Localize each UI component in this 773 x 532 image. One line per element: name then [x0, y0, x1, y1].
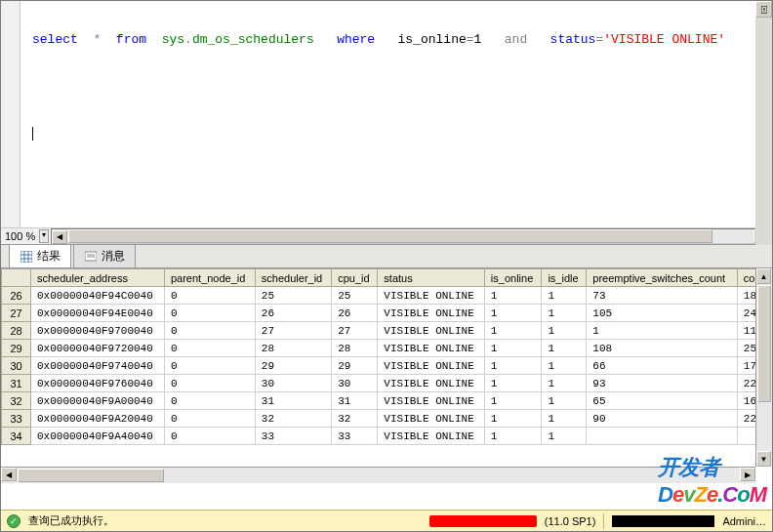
- cell[interactable]: 1: [484, 287, 542, 305]
- cell[interactable]: 0x00000040F9A20040: [31, 410, 165, 428]
- scroll-left-icon[interactable]: ◀: [52, 230, 67, 244]
- cell[interactable]: 25: [255, 287, 331, 305]
- column-header[interactable]: is_idle: [542, 269, 587, 287]
- cell[interactable]: 32: [255, 410, 331, 428]
- cell[interactable]: 0: [164, 322, 255, 340]
- cell[interactable]: VISIBLE ONLINE: [378, 322, 485, 340]
- zoom-dropdown-icon[interactable]: ▾: [39, 229, 49, 243]
- row-number[interactable]: 34: [2, 428, 31, 445]
- table-row[interactable]: 260x00000040F94C004002525VISIBLE ONLINE1…: [2, 287, 772, 305]
- cell[interactable]: VISIBLE ONLINE: [378, 357, 485, 375]
- cell[interactable]: 33: [332, 428, 378, 445]
- cell[interactable]: 0: [164, 375, 255, 392]
- cell[interactable]: 0x00000040F9760040: [31, 375, 165, 392]
- cell[interactable]: 1: [484, 428, 542, 445]
- cell[interactable]: 0: [164, 392, 255, 410]
- cell[interactable]: 1: [542, 287, 587, 305]
- column-header[interactable]: status: [378, 269, 485, 287]
- cell[interactable]: 0: [164, 357, 255, 375]
- cell[interactable]: 0: [164, 340, 255, 357]
- cell[interactable]: 1: [484, 392, 542, 410]
- cell[interactable]: VISIBLE ONLINE: [378, 410, 485, 428]
- cell[interactable]: VISIBLE ONLINE: [378, 305, 485, 322]
- cell[interactable]: 30: [255, 375, 331, 392]
- cell[interactable]: 1: [542, 375, 587, 392]
- splitter-control[interactable]: ⍐: [755, 1, 772, 245]
- cell[interactable]: VISIBLE ONLINE: [378, 392, 485, 410]
- cell[interactable]: 32: [332, 410, 378, 428]
- cell[interactable]: 26: [255, 305, 331, 322]
- cell[interactable]: 28: [332, 340, 378, 357]
- cell[interactable]: 1: [542, 322, 587, 340]
- cell[interactable]: 33: [255, 428, 331, 445]
- row-number[interactable]: 27: [2, 305, 31, 322]
- scroll-up-icon[interactable]: ▲: [756, 268, 771, 284]
- cell[interactable]: 30: [332, 375, 378, 392]
- cell[interactable]: 0x00000040F9A40040: [31, 428, 165, 445]
- row-number[interactable]: 26: [2, 287, 31, 305]
- cell[interactable]: [587, 428, 738, 445]
- grid-corner[interactable]: [2, 269, 31, 287]
- editor-hscrollbar[interactable]: ◀ ▶: [51, 228, 770, 244]
- cell[interactable]: 90: [587, 410, 738, 428]
- cell[interactable]: 1: [484, 410, 542, 428]
- column-header[interactable]: is_online: [484, 269, 542, 287]
- cell[interactable]: 0: [164, 287, 255, 305]
- cell[interactable]: 1: [542, 340, 587, 357]
- cell[interactable]: 27: [255, 322, 331, 340]
- cell[interactable]: 27: [332, 322, 378, 340]
- cell[interactable]: 0: [164, 305, 255, 322]
- cell[interactable]: 25: [332, 287, 378, 305]
- cell[interactable]: 1: [484, 322, 542, 340]
- cell[interactable]: 93: [587, 375, 738, 392]
- cell[interactable]: 1: [542, 305, 587, 322]
- row-number[interactable]: 30: [2, 357, 31, 375]
- table-row[interactable]: 300x00000040F974004002929VISIBLE ONLINE1…: [2, 357, 772, 375]
- cell[interactable]: 26: [332, 305, 378, 322]
- row-number[interactable]: 32: [2, 392, 31, 410]
- column-header[interactable]: cpu_id: [332, 269, 378, 287]
- cell[interactable]: 1: [484, 375, 542, 392]
- row-number[interactable]: 29: [2, 340, 31, 357]
- table-row[interactable]: 280x00000040F970004002727VISIBLE ONLINE1…: [2, 322, 772, 340]
- cell[interactable]: 31: [255, 392, 331, 410]
- zoom-level[interactable]: 100 %: [1, 230, 39, 242]
- table-row[interactable]: 310x00000040F976004003030VISIBLE ONLINE1…: [2, 375, 772, 392]
- scroll-left-icon[interactable]: ◀: [1, 468, 17, 481]
- cell[interactable]: 1: [542, 410, 587, 428]
- cell[interactable]: VISIBLE ONLINE: [378, 287, 485, 305]
- scroll-right-icon[interactable]: ▶: [740, 468, 755, 481]
- cell[interactable]: 29: [332, 357, 378, 375]
- cell[interactable]: 0x00000040F9A00040: [31, 392, 165, 410]
- row-number[interactable]: 33: [2, 410, 31, 428]
- column-header[interactable]: parent_node_id: [164, 269, 255, 287]
- cell[interactable]: 73: [587, 287, 738, 305]
- cell[interactable]: 0x00000040F94E0040: [31, 305, 165, 322]
- column-header[interactable]: scheduler_id: [255, 269, 331, 287]
- row-number[interactable]: 31: [2, 375, 31, 392]
- cell[interactable]: 0x00000040F94C0040: [31, 287, 165, 305]
- cell[interactable]: 1: [542, 392, 587, 410]
- table-row[interactable]: 270x00000040F94E004002626VISIBLE ONLINE1…: [2, 305, 772, 322]
- sql-editor[interactable]: select * from sys.dm_os_schedulers where…: [1, 1, 772, 141]
- cell[interactable]: 0x00000040F9740040: [31, 357, 165, 375]
- cell[interactable]: 1: [542, 428, 587, 445]
- cell[interactable]: 0x00000040F9720040: [31, 340, 165, 357]
- cell[interactable]: 0x00000040F9700040: [31, 322, 165, 340]
- cell[interactable]: 28: [255, 340, 331, 357]
- cell[interactable]: 31: [332, 392, 378, 410]
- cell[interactable]: VISIBLE ONLINE: [378, 428, 485, 445]
- results-hscrollbar[interactable]: ◀ ▶: [1, 467, 755, 483]
- table-row[interactable]: 290x00000040F972004002828VISIBLE ONLINE1…: [2, 340, 772, 357]
- cell[interactable]: VISIBLE ONLINE: [378, 340, 485, 357]
- vscroll-thumb[interactable]: [757, 285, 771, 402]
- hscroll-thumb[interactable]: [68, 229, 712, 243]
- row-number[interactable]: 28: [2, 322, 31, 340]
- cell[interactable]: 1: [587, 322, 738, 340]
- cell[interactable]: 1: [542, 357, 587, 375]
- cell[interactable]: 105: [587, 305, 738, 322]
- scroll-down-icon[interactable]: ▼: [756, 451, 771, 467]
- table-row[interactable]: 320x00000040F9A0004003131VISIBLE ONLINE1…: [2, 392, 772, 410]
- hscroll-thumb[interactable]: [18, 469, 164, 482]
- cell[interactable]: 29: [255, 357, 331, 375]
